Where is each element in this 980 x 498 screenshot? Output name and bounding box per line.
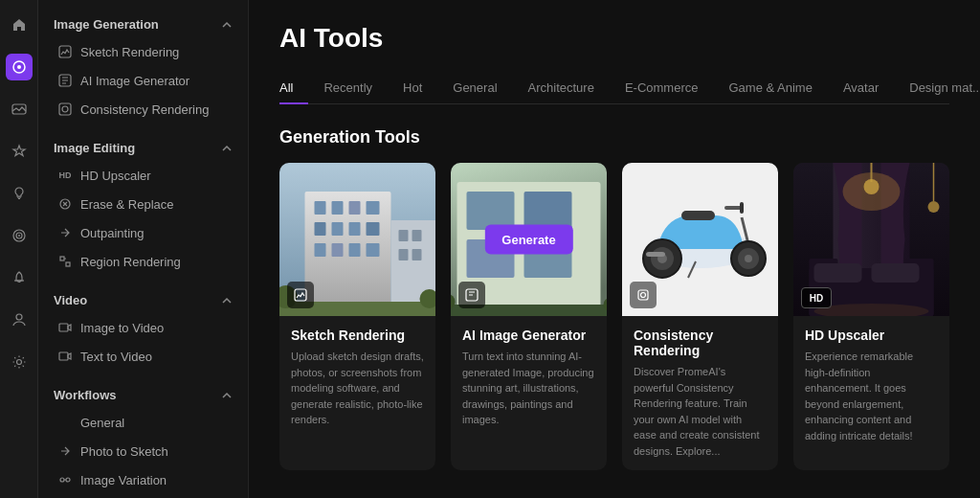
- svg-point-66: [745, 255, 752, 262]
- sidebar-item-consistency-rendering[interactable]: Consistency Rendering: [38, 95, 248, 124]
- sidebar-item-image-variation[interactable]: Image Variation: [38, 465, 248, 494]
- nav-image[interactable]: [6, 96, 33, 123]
- sidebar-item-region-rendering[interactable]: Region Rendering: [38, 247, 248, 276]
- text-video-icon: [57, 349, 73, 364]
- sidebar-item-photo-to-sketch[interactable]: Photo to Sketch: [38, 437, 248, 465]
- card-hd-upscaler[interactable]: HD HD Upscaler Experience remarkable hig…: [793, 163, 949, 470]
- tab-ecommerce[interactable]: E-Commerce: [610, 73, 714, 104]
- nav-target[interactable]: [6, 222, 33, 249]
- nav-settings[interactable]: [6, 349, 33, 375]
- card-body-sketch: Sketch Rendering Upload sketch design dr…: [279, 316, 435, 440]
- svg-point-9: [16, 314, 22, 320]
- svg-rect-32: [367, 222, 380, 236]
- svg-rect-25: [315, 201, 326, 215]
- page-title: AI Tools: [279, 23, 949, 54]
- nav-star[interactable]: [6, 138, 33, 165]
- tab-general[interactable]: General: [437, 73, 512, 104]
- card-desc-sketch: Upload sketch design drafts, photos, or …: [291, 349, 424, 428]
- svg-rect-34: [332, 243, 344, 257]
- tab-architecture[interactable]: Architecture: [513, 73, 610, 104]
- svg-rect-29: [315, 222, 326, 236]
- card-title-ai: AI Image Generator: [462, 328, 595, 343]
- svg-rect-17: [66, 262, 70, 266]
- svg-rect-30: [332, 222, 344, 236]
- general-icon: [57, 415, 73, 430]
- card-image-ai: Generate: [451, 163, 607, 316]
- svg-rect-19: [59, 324, 68, 331]
- sidebar-section-workflows[interactable]: Workflows: [38, 378, 248, 408]
- sidebar-item-image-to-video[interactable]: Image to Video: [38, 313, 248, 342]
- chevron-up-icon: [221, 143, 233, 154]
- ai-gen-icon: [57, 73, 73, 88]
- nav-bell[interactable]: [6, 264, 33, 291]
- svg-rect-20: [59, 352, 68, 360]
- svg-rect-69: [638, 290, 648, 300]
- tab-recently[interactable]: Recently: [308, 73, 388, 104]
- svg-point-75: [864, 179, 880, 194]
- scooter-svg: [629, 187, 772, 292]
- svg-rect-45: [295, 289, 306, 301]
- svg-rect-35: [349, 243, 361, 257]
- card-title-sketch: Sketch Rendering: [291, 328, 424, 343]
- svg-rect-13: [59, 103, 71, 115]
- tab-design-mat[interactable]: Design mat...: [894, 73, 980, 104]
- svg-rect-26: [332, 201, 344, 215]
- main-content: AI Tools All Recently Hot General Archit…: [249, 0, 980, 498]
- sidebar-section-video[interactable]: Video: [38, 283, 248, 313]
- generate-button[interactable]: Generate: [484, 225, 572, 255]
- tab-game-anime[interactable]: Game & Anime: [713, 73, 827, 104]
- svg-rect-11: [59, 46, 71, 57]
- sidebar-item-sketch-rendering[interactable]: Sketch Rendering: [38, 37, 248, 66]
- card-ai-image-generator[interactable]: Generate AI Image Generator Turn text in…: [451, 163, 607, 470]
- sidebar-item-erase-replace[interactable]: Erase & Replace: [38, 190, 248, 218]
- sketch-tool-icon: [287, 282, 314, 308]
- nav-ai[interactable]: [6, 54, 33, 80]
- svg-point-21: [60, 478, 64, 482]
- nav-bulb[interactable]: [6, 180, 33, 207]
- svg-rect-80: [872, 263, 920, 283]
- nav-home[interactable]: [6, 11, 33, 38]
- card-body-ai: AI Image Generator Turn text into stunni…: [451, 316, 607, 440]
- sketch-icon: [57, 44, 73, 59]
- section-title-generation-tools: Generation Tools: [279, 127, 949, 147]
- chevron-up-icon: [221, 19, 233, 31]
- generation-tools-section: Generation Tools: [279, 127, 949, 470]
- card-image-sketch: [279, 163, 435, 316]
- svg-rect-38: [399, 230, 409, 241]
- sidebar: Image Generation Sketch Rendering AI Ima…: [38, 0, 249, 498]
- sidebar-item-text-to-video[interactable]: Text to Video: [38, 342, 248, 371]
- svg-rect-79: [814, 263, 862, 283]
- card-title-hd: HD Upscaler: [805, 328, 938, 343]
- svg-rect-59: [740, 202, 744, 214]
- tab-hot[interactable]: Hot: [388, 73, 437, 104]
- sidebar-section-image-editing[interactable]: Image Editing: [38, 131, 248, 161]
- svg-point-10: [16, 360, 21, 365]
- card-body-consistency: Consistency Rendering Discover PromeAI's…: [622, 316, 778, 470]
- sidebar-item-outpainting[interactable]: Outpainting: [38, 218, 248, 247]
- card-body-hd: HD Upscaler Experience remarkable high-d…: [793, 316, 949, 455]
- ai-gen-tool-icon: [458, 282, 485, 308]
- hd-icon: HD: [57, 168, 73, 183]
- svg-rect-33: [315, 243, 326, 257]
- svg-point-82: [928, 201, 940, 213]
- card-image-hd: HD: [793, 163, 949, 316]
- card-title-consistency: Consistency Rendering: [634, 328, 767, 358]
- sidebar-item-hd-upscaler[interactable]: HD HD Upscaler: [38, 161, 248, 190]
- sidebar-item-ai-image-generator[interactable]: AI Image Generator: [38, 66, 248, 95]
- card-sketch-rendering[interactable]: Sketch Rendering Upload sketch design dr…: [279, 163, 435, 470]
- nav-user[interactable]: [6, 306, 33, 333]
- cards-grid: Sketch Rendering Upload sketch design dr…: [279, 163, 949, 470]
- tab-avatar[interactable]: Avatar: [828, 73, 894, 104]
- card-consistency-rendering[interactable]: Consistency Rendering Discover PromeAI's…: [622, 163, 778, 470]
- tab-bar: All Recently Hot General Architecture E-…: [279, 73, 949, 104]
- img-video-icon: [57, 320, 73, 335]
- tab-all[interactable]: All: [279, 73, 308, 104]
- consist-icon: [57, 102, 73, 117]
- card-desc-hd: Experience remarkable high-definition en…: [805, 349, 938, 443]
- svg-rect-36: [367, 243, 380, 257]
- img-var-icon: [57, 472, 73, 487]
- sidebar-section-image-generation[interactable]: Image Generation: [38, 8, 248, 37]
- sidebar-item-general[interactable]: General: [38, 408, 248, 437]
- icon-bar: [0, 0, 38, 498]
- svg-point-1: [17, 65, 21, 69]
